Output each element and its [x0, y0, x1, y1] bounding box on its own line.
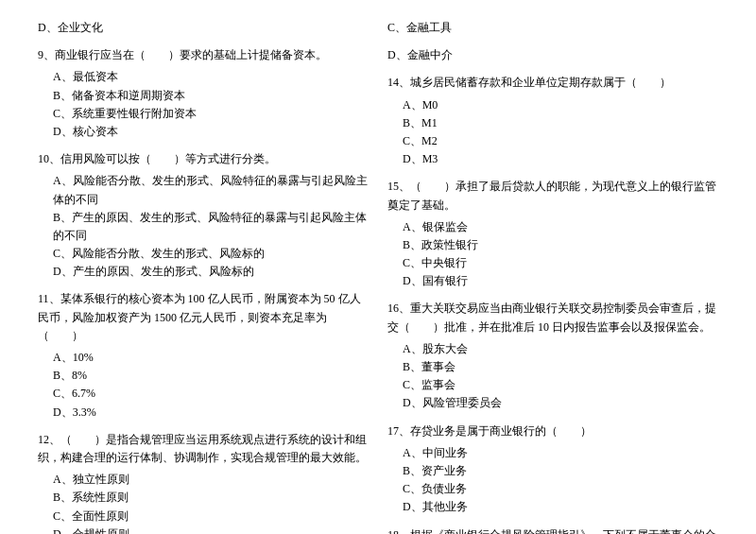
q14-option-c: C、M2: [387, 132, 718, 150]
q15-option-c: C、中央银行: [387, 254, 718, 272]
q14-option-b: B、M1: [387, 114, 718, 132]
q9-option-c: C、系统重要性银行附加资本: [38, 105, 369, 123]
page-content: D、企业文化 9、商业银行应当在（ ）要求的基础上计提储备资本。 A、最低资本 …: [38, 19, 718, 534]
left-column: D、企业文化 9、商业银行应当在（ ）要求的基础上计提储备资本。 A、最低资本 …: [38, 19, 369, 534]
q14-option-d: D、M3: [387, 150, 718, 168]
q10-option-d: D、产生的原因、发生的形式、风险标的: [38, 263, 369, 281]
q17-text: 17、存贷业务是属于商业银行的（ ）: [387, 422, 718, 440]
q16-option-c: C、监事会: [387, 376, 718, 394]
q18-text: 18、根据《商业银行合规风险管理指引》，下列不属于董事会的合规管理职责的是（ ）: [387, 526, 718, 535]
question-block-d-intermediary: D、金融中介: [387, 46, 718, 64]
q17-option-c: C、负债业务: [387, 480, 718, 498]
q17-option-b: B、资产业务: [387, 462, 718, 480]
q14-text: 14、城乡居民储蓄存款和企业单位定期存款属于（ ）: [387, 74, 718, 92]
question-block-17: 17、存贷业务是属于商业银行的（ ） A、中间业务 B、资产业务 C、负债业务 …: [387, 422, 718, 517]
q15-option-b: B、政策性银行: [387, 236, 718, 254]
question-block-16: 16、重大关联交易应当由商业银行关联交易控制委员会审查后，提交（ ）批准，并在批…: [387, 300, 718, 412]
question-block-14: 14、城乡居民储蓄存款和企业单位定期存款属于（ ） A、M0 B、M1 C、M2…: [387, 74, 718, 168]
q-c-tool-text: C、金融工具: [387, 19, 718, 37]
q16-option-d: D、风险管理委员会: [387, 394, 718, 412]
q15-text: 15、（ ）承担了最后贷款人的职能，为现代意义上的银行监管奠定了基础。: [387, 178, 718, 214]
q11-text: 11、某体系银行的核心资本为 100 亿人民币，附属资本为 50 亿人民币，风险…: [38, 290, 369, 345]
q10-option-c: C、风险能否分散、发生的形式、风险标的: [38, 245, 369, 263]
q11-option-b: B、8%: [38, 367, 369, 385]
q-d-enterprise-text: D、企业文化: [38, 19, 369, 37]
q15-option-d: D、国有银行: [387, 272, 718, 290]
q9-text: 9、商业银行应当在（ ）要求的基础上计提储备资本。: [38, 46, 369, 64]
q12-text: 12、（ ）是指合规管理应当运用系统观点进行系统的设计和组织，构建合理的运行体制…: [38, 431, 369, 467]
q17-option-a: A、中间业务: [387, 444, 718, 462]
question-block-d-enterprise: D、企业文化: [38, 19, 369, 37]
q11-option-c: C、6.7%: [38, 385, 369, 403]
q10-option-b: B、产生的原因、发生的形式、风险特征的暴露与引起风险主体的不同: [38, 209, 369, 245]
q16-option-a: A、股东大会: [387, 340, 718, 358]
q12-option-d: D、合规性原则: [38, 525, 369, 534]
question-block-15: 15、（ ）承担了最后贷款人的职能，为现代意义上的银行监管奠定了基础。 A、银保…: [387, 178, 718, 290]
question-block-10: 10、信用风险可以按（ ）等方式进行分类。 A、风险能否分散、发生的形式、风险特…: [38, 150, 369, 281]
q9-option-d: D、核心资本: [38, 123, 369, 141]
question-block-12: 12、（ ）是指合规管理应当运用系统观点进行系统的设计和组织，构建合理的运行体制…: [38, 431, 369, 534]
q12-option-a: A、独立性原则: [38, 471, 369, 489]
q14-option-a: A、M0: [387, 96, 718, 114]
q16-option-b: B、董事会: [387, 358, 718, 376]
question-block-c-tool: C、金融工具: [387, 19, 718, 37]
q15-option-a: A、银保监会: [387, 218, 718, 236]
question-block-11: 11、某体系银行的核心资本为 100 亿人民币，附属资本为 50 亿人民币，风险…: [38, 290, 369, 421]
q9-option-b: B、储备资本和逆周期资本: [38, 87, 369, 105]
q17-option-d: D、其他业务: [387, 498, 718, 516]
q-d-intermediary-text: D、金融中介: [387, 46, 718, 64]
q10-text: 10、信用风险可以按（ ）等方式进行分类。: [38, 150, 369, 168]
q9-option-a: A、最低资本: [38, 68, 369, 86]
q10-option-a: A、风险能否分散、发生的形式、风险特征的暴露与引起风险主体的不同: [38, 172, 369, 208]
right-column: C、金融工具 D、金融中介 14、城乡居民储蓄存款和企业单位定期存款属于（ ） …: [387, 19, 718, 534]
q16-text: 16、重大关联交易应当由商业银行关联交易控制委员会审查后，提交（ ）批准，并在批…: [387, 300, 718, 336]
q11-option-a: A、10%: [38, 349, 369, 367]
q12-option-b: B、系统性原则: [38, 489, 369, 507]
question-block-18: 18、根据《商业银行合规风险管理指引》，下列不属于董事会的合规管理职责的是（ ）…: [387, 526, 718, 535]
q11-option-d: D、3.3%: [38, 404, 369, 422]
question-block-9: 9、商业银行应当在（ ）要求的基础上计提储备资本。 A、最低资本 B、储备资本和…: [38, 46, 369, 141]
q12-option-c: C、全面性原则: [38, 508, 369, 525]
